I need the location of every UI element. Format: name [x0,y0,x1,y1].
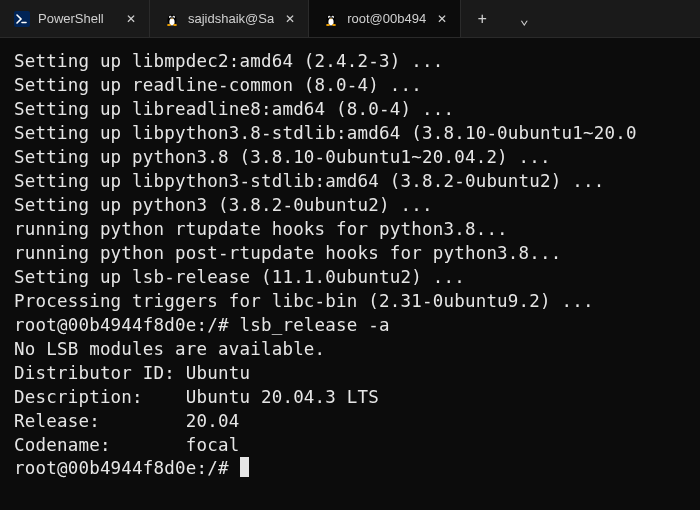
tab-dropdown-button[interactable]: ⌄ [503,0,545,37]
tux-icon [323,11,339,27]
close-icon[interactable]: ✕ [434,11,450,27]
powershell-icon [14,11,30,27]
tux-icon [164,11,180,27]
terminal-line: Setting up libpython3.8-stdlib:amd64 (3.… [14,123,637,143]
terminal-line: running python rtupdate hooks for python… [14,219,508,239]
terminal-line: Setting up lsb-release (11.1.0ubuntu2) .… [14,267,465,287]
tab-title: root@00b494 [347,11,426,26]
terminal-line: Setting up libpython3-stdlib:amd64 (3.8.… [14,171,604,191]
tab-wsl-user[interactable]: sajidshaik@Sa ✕ [150,0,309,37]
terminal-line: Release: 20.04 [14,411,239,431]
terminal-line: Setting up libreadline8:amd64 (8.0-4) ..… [14,99,454,119]
terminal-line: Setting up libmpdec2:amd64 (2.4.2-3) ... [14,51,443,71]
svg-point-6 [170,16,171,17]
terminal-line: Setting up python3 (3.8.2-0ubuntu2) ... [14,195,433,215]
terminal-prompt: root@00b4944f8d0e:/# [14,458,239,478]
tab-wsl-root[interactable]: root@00b494 ✕ [309,0,461,37]
svg-point-16 [326,24,330,26]
tab-title: sajidshaik@Sa [188,11,274,26]
terminal-line: running python post-rtupdate hooks for p… [14,243,562,263]
terminal-line: No LSB modules are available. [14,339,325,359]
terminal-line: Processing triggers for libc-bin (2.31-0… [14,291,594,311]
terminal-line: Distributor ID: Ubuntu [14,363,250,383]
svg-point-7 [173,16,174,17]
terminal-line: Codename: focal [14,435,239,455]
terminal-line: Description: Ubuntu 20.04.3 LTS [14,387,379,407]
svg-point-15 [332,16,333,17]
close-icon[interactable]: ✕ [123,11,139,27]
tab-powershell[interactable]: PowerShell ✕ [0,0,150,37]
terminal-output[interactable]: Setting up libmpdec2:amd64 (2.4.2-3) ...… [0,38,700,489]
close-icon[interactable]: ✕ [282,11,298,27]
cursor [240,457,249,477]
titlebar: PowerShell ✕ sajidshaik@Sa ✕ root@00b494… [0,0,700,38]
svg-point-9 [173,24,177,26]
new-tab-button[interactable]: + [461,0,503,37]
terminal-line: Setting up python3.8 (3.8.10-0ubuntu1~20… [14,147,551,167]
terminal-line: root@00b4944f8d0e:/# lsb_release -a [14,315,390,335]
svg-point-14 [329,16,330,17]
svg-point-8 [167,24,171,26]
tab-title: PowerShell [38,11,115,26]
svg-point-17 [332,24,336,26]
terminal-line: Setting up readline-common (8.0-4) ... [14,75,422,95]
